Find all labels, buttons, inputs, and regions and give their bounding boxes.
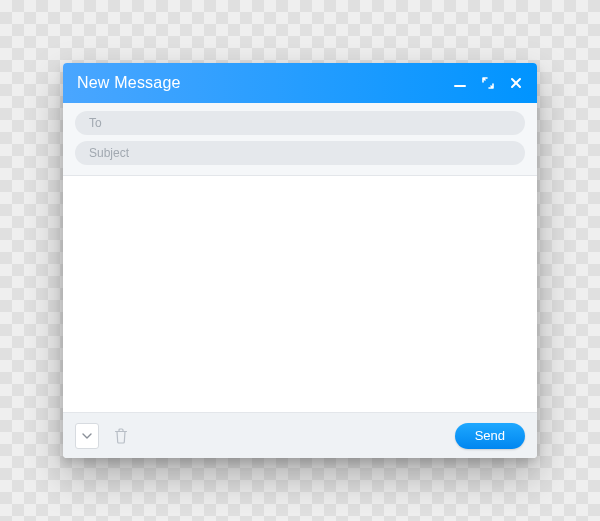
compose-window: New Message <box>63 63 537 458</box>
expand-button[interactable] <box>481 76 495 90</box>
chevron-down-icon <box>82 431 92 441</box>
expand-icon <box>482 77 494 89</box>
close-button[interactable] <box>509 76 523 90</box>
minimize-button[interactable] <box>453 76 467 90</box>
minimize-icon <box>454 77 466 89</box>
title-bar: New Message <box>63 63 537 103</box>
message-body[interactable] <box>63 176 537 412</box>
more-options-button[interactable] <box>75 423 99 449</box>
header-fields <box>63 103 537 176</box>
compose-footer: Send <box>63 412 537 458</box>
send-button[interactable]: Send <box>455 423 525 449</box>
close-icon <box>510 77 522 89</box>
trash-icon <box>114 428 128 444</box>
discard-button[interactable] <box>111 426 131 446</box>
window-controls <box>453 76 523 90</box>
to-field[interactable] <box>75 111 525 135</box>
subject-field[interactable] <box>75 141 525 165</box>
window-title: New Message <box>77 74 453 92</box>
